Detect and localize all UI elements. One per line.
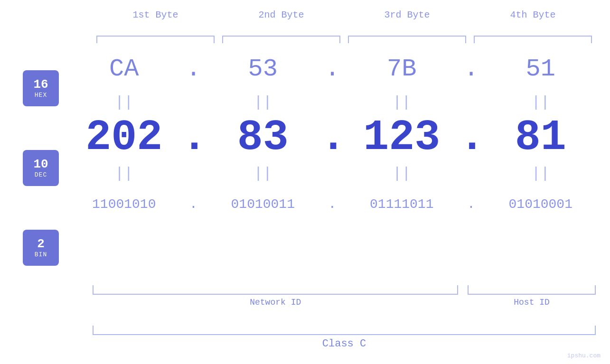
dot-bin-1: . (182, 197, 206, 212)
bracket-byte-4 (474, 36, 592, 43)
network-id-bracket-line (93, 285, 458, 295)
equals-4: || (483, 93, 599, 111)
class-label: Class C (93, 338, 596, 350)
equals-row-dec-bin: || || || || (66, 161, 598, 185)
dot-bin-2: . (320, 197, 344, 212)
bracket-byte-3 (348, 36, 466, 43)
byte-header-3: 3rd Byte (344, 9, 470, 20)
hex-byte-4: 51 (483, 55, 599, 83)
dot-hex-3: . (460, 55, 483, 83)
byte-header-2: 2nd Byte (218, 9, 344, 20)
dec-byte-3: 123 (344, 113, 460, 162)
bin-byte-4: 01010001 (483, 197, 599, 212)
hex-byte-2: 53 (206, 55, 321, 83)
badge-hex: 16 HEX (23, 70, 59, 106)
equals-2: || (206, 93, 321, 111)
equals-3: || (344, 93, 460, 111)
dot-bin-3: . (460, 197, 483, 212)
badge-dec-number: 10 (33, 158, 48, 171)
equals-8: || (483, 165, 599, 182)
byte-headers: 1st Byte 2nd Byte 3rd Byte 4th Byte (93, 9, 596, 20)
host-id-bracket-line (468, 285, 596, 295)
id-section: Network ID Host ID (93, 285, 596, 307)
main-container: 1st Byte 2nd Byte 3rd Byte 4th Byte 16 H… (0, 0, 610, 364)
byte-header-4: 4th Byte (470, 9, 596, 20)
values-area: CA . 53 . 7B . 51 || || (66, 47, 598, 223)
bin-byte-3: 01111011 (344, 197, 460, 212)
dec-byte-2: 83 (206, 113, 321, 162)
badge-dec-label: DEC (35, 171, 47, 178)
hex-row: CA . 53 . 7B . 51 (66, 47, 598, 90)
equals-1: || (66, 93, 182, 111)
dot-hex-1: . (182, 55, 206, 83)
top-brackets (93, 36, 596, 43)
equals-6: || (206, 165, 321, 182)
bracket-byte-1 (96, 36, 215, 43)
hex-byte-3: 7B (344, 55, 460, 83)
dec-row: 202 . 83 . 123 . 81 (66, 114, 598, 161)
bin-byte-2: 01010011 (206, 197, 321, 212)
equals-5: || (66, 165, 182, 182)
badge-bin-number: 2 (37, 237, 45, 251)
host-id-bracket: Host ID (468, 285, 596, 307)
dot-dec-1: . (182, 113, 206, 162)
dec-byte-4: 81 (483, 113, 599, 162)
hex-byte-1: CA (66, 55, 182, 83)
equals-7: || (344, 165, 460, 182)
class-section: Class C (93, 326, 596, 350)
bin-row: 11001010 . 01010011 . 01111011 . 0101000… (66, 185, 598, 223)
badge-bin-label: BIN (35, 251, 47, 258)
dot-hex-2: . (320, 55, 344, 83)
badge-hex-label: HEX (35, 92, 47, 99)
badge-dec: 10 DEC (23, 150, 59, 186)
bracket-byte-2 (222, 36, 340, 43)
dot-dec-3: . (460, 113, 483, 162)
bin-byte-1: 11001010 (66, 197, 182, 212)
class-bracket-line (93, 326, 596, 335)
badge-bin: 2 BIN (23, 230, 59, 266)
network-id-bracket: Network ID (93, 285, 458, 307)
network-id-label: Network ID (93, 298, 458, 307)
dec-byte-1: 202 (66, 113, 182, 162)
equals-row-hex-dec: || || || || (66, 90, 598, 114)
watermark: ipshu.com (567, 352, 601, 359)
host-id-label: Host ID (468, 298, 596, 307)
dot-dec-2: . (320, 113, 344, 162)
byte-header-1: 1st Byte (93, 9, 218, 20)
badge-hex-number: 16 (33, 78, 48, 92)
